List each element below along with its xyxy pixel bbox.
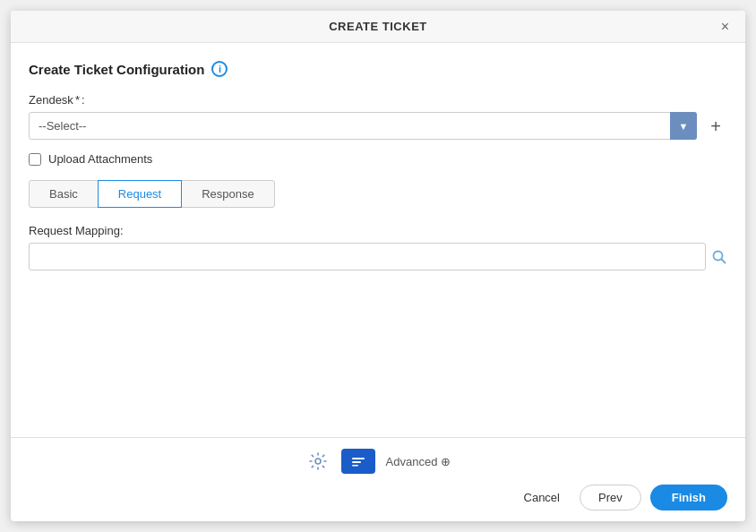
modal-title: CREATE TICKET <box>329 20 427 33</box>
modal-titlebar: CREATE TICKET × <box>11 11 745 43</box>
svg-line-1 <box>722 259 726 262</box>
request-mapping-label: Request Mapping: <box>29 224 727 237</box>
finish-button[interactable]: Finish <box>650 485 727 511</box>
svg-point-2 <box>315 459 321 464</box>
svg-rect-4 <box>352 458 365 459</box>
modal-wrapper: CREATE TICKET × Create Ticket Configurat… <box>0 0 756 532</box>
gear-icon <box>309 452 327 470</box>
request-mapping-search-button[interactable] <box>711 249 727 265</box>
template-button[interactable] <box>341 449 375 474</box>
modal-body: Create Ticket Configuration i Zendesk*: … <box>11 43 745 437</box>
close-button[interactable]: × <box>717 18 733 36</box>
footer-top: Advanced ⊕ <box>29 449 727 474</box>
zendesk-select-wrapper: --Select-- ▼ <box>29 112 697 140</box>
footer-actions: Cancel Prev Finish <box>29 485 727 511</box>
upload-attachments-label[interactable]: Upload Attachments <box>48 152 152 166</box>
template-icon <box>348 453 368 469</box>
modal: CREATE TICKET × Create Ticket Configurat… <box>11 11 745 521</box>
prev-button[interactable]: Prev <box>580 485 641 511</box>
advanced-row: Advanced ⊕ <box>386 455 451 468</box>
tabs-row: Basic Request Response <box>29 180 727 208</box>
request-mapping-field: Request Mapping: <box>29 224 727 270</box>
zendesk-select[interactable]: --Select-- <box>29 112 697 140</box>
upload-attachments-checkbox[interactable] <box>29 153 41 166</box>
add-zendesk-button[interactable]: + <box>704 115 727 138</box>
zendesk-field-label: Zendesk*: <box>29 93 727 107</box>
gear-button[interactable] <box>305 449 331 474</box>
svg-rect-5 <box>352 461 361 463</box>
tab-response[interactable]: Response <box>181 180 275 208</box>
tab-basic[interactable]: Basic <box>29 180 99 208</box>
request-mapping-input-row <box>29 243 727 270</box>
upload-attachments-row: Upload Attachments <box>29 152 727 166</box>
svg-rect-6 <box>352 465 358 467</box>
modal-footer: Advanced ⊕ Cancel Prev Finish <box>11 437 745 521</box>
request-mapping-input[interactable] <box>29 243 706 270</box>
section-heading-text: Create Ticket Configuration <box>29 62 204 77</box>
section-heading: Create Ticket Configuration i <box>29 61 727 77</box>
advanced-label: Advanced <box>386 455 438 468</box>
info-icon[interactable]: i <box>211 61 228 77</box>
cancel-button[interactable]: Cancel <box>513 485 571 510</box>
search-icon <box>711 249 727 265</box>
advanced-plus-icon[interactable]: ⊕ <box>441 455 451 468</box>
zendesk-select-row: --Select-- ▼ + <box>29 112 727 140</box>
tab-request[interactable]: Request <box>98 180 182 208</box>
